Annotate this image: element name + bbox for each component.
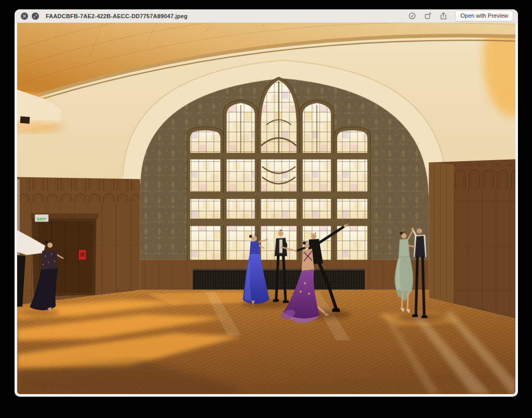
fire-alarm [78,250,86,260]
fullscreen-icon [33,14,37,18]
share-button[interactable] [440,12,447,20]
titlebar[interactable]: FAADCBFB-7AE2-422B-AECC-DD7757A89047.jpe… [15,9,518,23]
fullscreen-button[interactable] [32,12,39,20]
rotate-icon [424,12,432,20]
markup-icon [408,12,416,20]
markup-button[interactable] [408,12,416,20]
close-icon [22,14,26,18]
right-wall [429,159,515,318]
share-icon [440,12,447,20]
open-with-preview-button[interactable]: Open with Preview [455,10,513,21]
desktop-background: FAADCBFB-7AE2-422B-AECC-DD7757A89047.jpe… [0,0,532,418]
corner-pillar [429,162,454,311]
exit-sign-text: EXIT [37,217,46,221]
photo-image: EXIT [17,23,515,394]
wall-bracket [20,116,30,124]
titlebar-toolbar: Open with Preview [408,10,513,21]
rotate-button[interactable] [424,12,432,20]
close-button[interactable] [21,12,28,20]
quicklook-window: FAADCBFB-7AE2-422B-AECC-DD7757A89047.jpe… [15,9,518,397]
window-title: FAADCBFB-7AE2-422B-AECC-DD7757A89047.jpe… [46,13,188,19]
photo-viewer: EXIT [17,23,515,394]
